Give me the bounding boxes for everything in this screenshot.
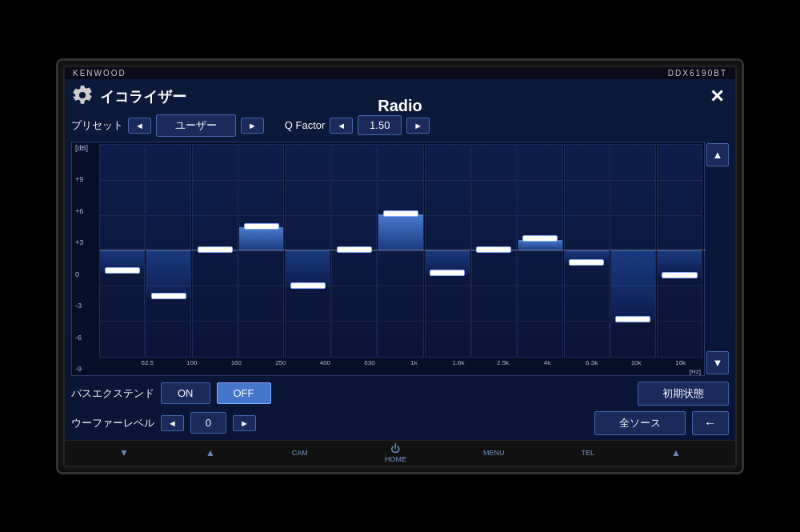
eq-band-10k[interactable] [610,144,656,358]
hw-btn-eject-icon: ▲ [671,447,681,458]
db-labels: [dB] +9 +6 +3 0 -3 -6 -9 [72,142,98,375]
eq-band-thumb-16k[interactable] [662,272,697,278]
bass-off-button[interactable]: OFF [217,382,271,404]
eq-scroll-buttons: ▲ ▼ [706,142,729,376]
init-button[interactable]: 初期状態 [638,382,729,406]
back-button[interactable]: ← [692,411,729,435]
header-row: イコライザー Radio ✕ [71,84,729,110]
freq-label-10k: 10k [614,359,658,366]
eq-band-thumb-250[interactable] [244,223,279,230]
preset-next-button[interactable]: ► [241,118,264,134]
hw-btn-tel[interactable]: TEL [581,449,594,457]
freq-label-400: 400 [303,359,347,366]
freq-label-16k: 16k [658,359,702,366]
kenwood-bar: KENWOOD DDX6190BT [65,67,735,79]
db-mark-6n: -6 [75,334,94,342]
eq-band-1.6k[interactable] [425,144,470,358]
hw-buttons-bar: ▼ ▲ CAM ⏻ HOME MENU TEL ▲ [65,440,735,466]
db-mark-9p: +9 [75,175,94,183]
db-mark-3p: +3 [75,238,94,246]
hw-btn-tel-label: TEL [581,449,594,457]
header-title: イコライザー [100,87,186,106]
woofer-next-button[interactable]: ► [233,415,256,431]
eq-band-thumb-100[interactable] [151,293,186,299]
eq-band-2.5k[interactable] [471,144,517,358]
eq-band-250[interactable] [238,144,284,358]
freq-label-6.3k: 6.3k [570,359,614,366]
freq-label-1.6k: 1.6k [437,359,481,366]
qfactor-prev-button[interactable]: ◄ [330,118,353,134]
eq-bands-container: 62.51001602504006301k1.6k2.5k4k6.3k10k16… [98,142,704,375]
hz-unit-label: [Hz] [98,368,704,375]
preset-prev-button[interactable]: ◄ [128,118,151,134]
screen-bezel: KENWOOD DDX6190BT イコライザー Radio ✕ [63,66,737,467]
hw-btn-2-icon: ▲ [206,447,215,458]
eq-band-1k[interactable] [378,144,423,358]
bass-extend-label: バスエクステンド [71,386,154,401]
eq-band-thumb-1k[interactable] [383,210,418,217]
woofer-value: 0 [190,412,226,434]
bass-on-button[interactable]: ON [161,382,210,404]
model-label: DDX6190BT [668,69,727,78]
eq-band-thumb-6.3k[interactable] [569,259,604,266]
db-mark-6p: +6 [75,207,94,215]
eq-band-160[interactable] [192,144,238,358]
eq-graph: [dB] +9 +6 +3 0 -3 -6 -9 [71,142,705,376]
hw-btn-cam[interactable]: CAM [292,449,308,457]
freq-label-100: 100 [170,359,214,366]
device: KENWOOD DDX6190BT イコライザー Radio ✕ [56,58,744,474]
freq-label-2.5k: 2.5k [481,359,525,366]
hw-btn-home[interactable]: ⏻ HOME [385,443,406,463]
hw-btn-1[interactable]: ▼ [119,447,129,458]
hw-btn-eject[interactable]: ▲ [671,447,681,458]
eq-band-thumb-2.5k[interactable] [476,246,511,253]
eq-band-thumb-1.6k[interactable] [430,270,465,276]
preset-name-button[interactable]: ユーザー [156,114,236,137]
eq-band-thumb-4k[interactable] [522,235,558,242]
eq-band-thumb-400[interactable] [290,282,326,289]
eq-main: [dB] +9 +6 +3 0 -3 -6 -9 [71,142,705,376]
eq-band-62.5[interactable] [99,144,145,358]
close-button[interactable]: ✕ [705,86,729,107]
qfactor-value: 1.50 [358,115,402,135]
eq-band-6.3k[interactable] [564,144,610,358]
all-sources-button[interactable]: 全ソース [594,411,686,435]
main-screen: イコライザー Radio ✕ プリセット ◄ ユーザー ► Q Factor ◄… [65,79,735,440]
qfactor-next-button[interactable]: ► [406,118,430,134]
freq-labels: 62.51001602504006301k1.6k2.5k4k6.3k10k16… [98,358,704,368]
woofer-row: ウーファーレベル ◄ 0 ► 全ソース ← [71,411,729,435]
preset-row: プリセット ◄ ユーザー ► Q Factor ◄ 1.50 ► [71,114,729,137]
eq-bands[interactable] [98,142,704,358]
db-mark-0: 0 [75,270,94,278]
hw-btn-menu[interactable]: MENU [483,449,505,457]
eq-band-16k[interactable] [657,144,702,358]
hw-btn-2[interactable]: ▲ [206,447,215,458]
scroll-down-button[interactable]: ▼ [706,351,729,374]
header-left: イコライザー [71,84,186,110]
db-mark-9n: -9 [75,365,94,373]
scroll-up-button[interactable]: ▲ [706,143,729,166]
gear-icon[interactable] [71,84,94,110]
freq-label-250: 250 [259,359,303,366]
eq-band-thumb-62.5[interactable] [105,267,140,274]
hw-btn-cam-label: CAM [292,449,308,457]
eq-band-630[interactable] [331,144,377,358]
db-unit-label: [dB] [75,144,94,152]
eq-band-4k[interactable] [518,144,563,358]
eq-band-100[interactable] [146,144,191,358]
eq-band-thumb-160[interactable] [198,246,233,253]
eq-band-thumb-10k[interactable] [615,316,650,322]
woofer-prev-button[interactable]: ◄ [161,415,184,431]
bass-extend-row: バスエクステンド ON OFF 初期状態 [71,382,729,406]
eq-band-thumb-630[interactable] [337,246,372,253]
hw-btn-home-icon: ⏻ [390,443,400,454]
freq-label-160: 160 [214,359,258,366]
db-mark-3n: -3 [75,302,94,310]
qfactor-label: Q Factor [285,119,326,131]
freq-label-630: 630 [348,359,392,366]
freq-label-4k: 4k [526,359,570,366]
hw-btn-menu-label: MENU [483,449,505,457]
eq-area: [dB] +9 +6 +3 0 -3 -6 -9 [71,142,729,376]
eq-band-400[interactable] [285,144,330,358]
source-label: Radio [378,97,422,115]
